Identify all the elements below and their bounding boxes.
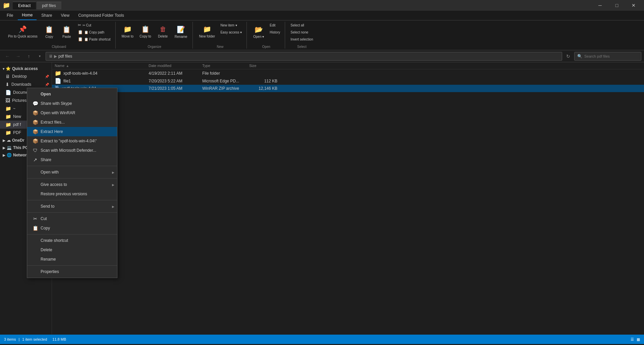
list-view-icon[interactable]: ☰ (631, 337, 634, 342)
ctx-menu-item[interactable]: 📋 Copy (27, 223, 117, 233)
select-label: Select (297, 45, 307, 49)
pin-to-quick-access-button[interactable]: 📌 Pin to Quick access (5, 22, 40, 42)
ctx-menu-item[interactable]: Create shortcut (27, 236, 117, 245)
file-name-text: file1 (63, 79, 71, 83)
forward-button[interactable]: → (13, 52, 23, 61)
rename-button[interactable]: 📝 Rename (172, 22, 190, 42)
ctx-menu-item[interactable]: Open (27, 89, 117, 99)
ctx-menu-item[interactable]: 📦 Open with WinRAR (27, 108, 117, 118)
file-row[interactable]: 📄 file1 7/20/2023 5:22 AM Microsoft Edge… (52, 77, 644, 85)
search-box[interactable]: 🔍 (574, 52, 641, 61)
file-row[interactable]: 📁 xpdf-tools-win-4.04 4/19/2022 2:11 AM … (52, 69, 644, 77)
select-all-button[interactable]: Select all (288, 22, 315, 28)
file-name-text: xpdf-tools-win-4.04 (63, 71, 97, 76)
column-type[interactable]: Type (200, 64, 247, 68)
file-row[interactable]: 🗜 xpdf-tools-win-4.04 7/21/2023 1:05 AM … (52, 85, 644, 92)
pin-icon: 📌 (18, 25, 27, 33)
title-bar-right: ─ □ ✕ (592, 0, 641, 11)
documents-icon: 📄 (5, 90, 11, 95)
quick-access-label: Quick access (12, 66, 38, 71)
ctx-menu-item[interactable]: Send to (27, 202, 117, 211)
copy-path-button[interactable]: 📋 📋 Copy path (76, 29, 113, 36)
path-separator-icon: 🖥 (49, 54, 53, 59)
ctx-menu-item[interactable]: Give access to (27, 180, 117, 189)
tab-pdf-files[interactable]: pdf files (37, 2, 61, 9)
back-button[interactable]: ← (3, 52, 12, 61)
detail-view-icon[interactable]: ▦ (637, 337, 640, 342)
address-path[interactable]: 🖥 ▶ pdf files (46, 52, 562, 61)
open-button[interactable]: 📂 Open ▾ (250, 22, 267, 42)
ctx-menu-item[interactable]: Open with (27, 167, 117, 177)
search-input[interactable] (584, 54, 638, 58)
ribbon-group-select: Select all Select none Invert selection … (286, 22, 318, 49)
minimize-button[interactable]: ─ (592, 0, 608, 11)
ctx-menu-item[interactable]: ↗ Share (27, 155, 117, 164)
recent-locations-button[interactable]: ▾ (35, 52, 44, 61)
ctx-menu-item[interactable]: 📦 Extract files... (27, 118, 117, 127)
delete-button[interactable]: 🗑 Delete (155, 22, 171, 42)
column-date[interactable]: Date modified (146, 64, 200, 68)
cut-button[interactable]: ✂ ✂ Cut (76, 22, 113, 28)
home-icon: 📁 (5, 106, 11, 111)
ribbon-tab-share[interactable]: Share (37, 11, 56, 20)
invert-selection-button[interactable]: Invert selection (288, 36, 315, 43)
ctx-menu-item[interactable]: Delete (27, 245, 117, 255)
new-folder-button[interactable]: 📁 New folder (196, 22, 218, 42)
paste-button[interactable]: 📋 Paste (58, 22, 75, 42)
easy-access-button[interactable]: Easy access ▾ (218, 29, 244, 36)
copy-button[interactable]: 📋 Copy (41, 22, 58, 42)
ctx-item-label: Open with WinRAR (41, 111, 75, 115)
ctx-menu-item[interactable]: 💬 Share with Skype (27, 99, 117, 108)
close-button[interactable]: ✕ (626, 0, 641, 11)
sidebar-item-desktop[interactable]: 🖥 Desktop 📌 (0, 72, 52, 80)
quick-access-section[interactable]: ▾ ⭐ Quick access (0, 65, 52, 72)
ctx-menu-item[interactable]: Restore previous versions (27, 189, 117, 199)
file-name-cell: 📄 file1 (52, 78, 146, 84)
this-pc-icon: 💻 (7, 145, 12, 150)
ctx-item-icon: 📦 (33, 129, 38, 134)
downloads-icon: ⬇ (5, 82, 9, 87)
ribbon-tab-compressed[interactable]: Compressed Folder Tools (74, 11, 128, 20)
maximize-button[interactable]: □ (609, 0, 625, 11)
select-none-button[interactable]: Select none (288, 29, 315, 36)
ribbon-tab-home[interactable]: Home (18, 11, 37, 20)
ctx-menu-item[interactable]: 📦 Extract Here (27, 127, 117, 136)
column-name[interactable]: Name ▲ (52, 64, 146, 68)
clipboard-small-group: ✂ ✂ Cut 📋 📋 Copy path 📋 📋 Paste shortcut (76, 22, 113, 43)
ctx-menu-item[interactable]: Rename (27, 255, 117, 264)
ctx-item-icon: 📦 (33, 110, 38, 116)
ctx-menu-item[interactable]: 🛡 Scan with Microsoft Defender... (27, 146, 117, 155)
file-type-cell: Microsoft Edge PD... (200, 79, 247, 83)
ribbon-tab-file[interactable]: File (3, 11, 17, 20)
copy-to-button[interactable]: 📋 Copy to (137, 22, 154, 42)
tab-extract[interactable]: Extract (13, 2, 36, 9)
new-folder-sidebar-icon: 📁 (5, 114, 11, 119)
refresh-button[interactable]: ↻ (564, 52, 573, 61)
ctx-menu-item[interactable]: Properties (27, 267, 117, 276)
ctx-item-icon (33, 238, 38, 243)
ctx-item-label: Rename (41, 257, 56, 262)
quick-access-chevron: ▾ (3, 67, 4, 71)
sidebar-item-downloads[interactable]: ⬇ Downloads 📌 (0, 80, 52, 88)
desktop-icon: 🖥 (5, 74, 10, 79)
up-button[interactable]: ↑ (24, 52, 34, 61)
ribbon-tab-view[interactable]: View (57, 11, 73, 20)
paste-shortcut-button[interactable]: 📋 📋 Paste shortcut (76, 36, 113, 43)
new-item-button[interactable]: New item ▾ (218, 22, 244, 28)
move-to-button[interactable]: 📁 Move to (119, 22, 137, 42)
ctx-menu-item[interactable]: ✂ Cut (27, 214, 117, 223)
file-list-header: Name ▲ Date modified Type Size (52, 62, 644, 69)
open-label: Open (262, 45, 270, 49)
history-button[interactable]: History (268, 29, 282, 36)
submenu-arrow-icon (112, 183, 114, 187)
edit-button[interactable]: Edit (268, 22, 282, 28)
address-bar: ← → ↑ ▾ 🖥 ▶ pdf files ↻ 🔍 (0, 50, 644, 62)
column-size[interactable]: Size (247, 64, 280, 68)
ctx-menu-item[interactable]: 📦 Extract to "xpdf-tools-win-4.04\" (27, 136, 117, 146)
status-bar: 3 items | 1 item selected 11.8 MB ☰ ▦ (0, 335, 644, 344)
pinned-icon-2: 📌 (45, 83, 49, 86)
ctx-item-label: Open (41, 92, 51, 96)
ctx-item-icon: 💬 (33, 101, 38, 106)
ctx-item-icon (33, 91, 38, 97)
select-small-group: Select all Select none Invert selection (288, 22, 315, 43)
